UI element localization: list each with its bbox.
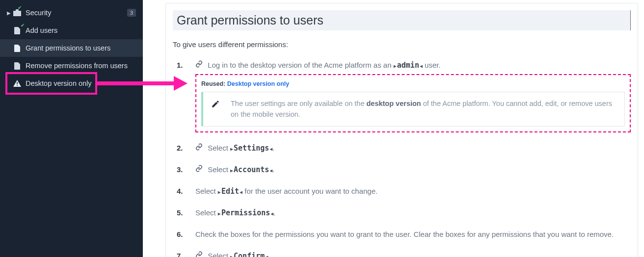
reused-content-block: Reused: Desktop version only The user se… bbox=[195, 74, 631, 132]
sidebar: ▶ ✔ Security 3 ✔ Add users Grant permiss… bbox=[0, 0, 143, 257]
link-icon bbox=[195, 60, 203, 68]
sidebar-item-label: Grant permissions to users bbox=[26, 44, 136, 52]
step-3[interactable]: Select Accounts. bbox=[173, 164, 631, 176]
svg-rect-0 bbox=[13, 11, 21, 16]
step-4[interactable]: Select Edit for the user account you wan… bbox=[173, 185, 631, 197]
ui-ref-accounts: Accounts bbox=[230, 165, 272, 174]
step-text: Log in to the desktop version of the Acm… bbox=[208, 61, 440, 69]
ui-ref-settings: Settings bbox=[230, 144, 272, 153]
editor-panel: Grant permissions to users To give users… bbox=[165, 3, 638, 257]
steps-list: Log in to the desktop version of the Acm… bbox=[173, 59, 631, 257]
main-content: Grant permissions to users To give users… bbox=[143, 0, 644, 257]
reused-label: Reused: Desktop version only bbox=[201, 79, 625, 89]
ui-ref-edit: Edit bbox=[218, 187, 242, 196]
ui-ref-permissions: Permissions bbox=[218, 208, 273, 217]
sidebar-item-label: Remove permissions from users bbox=[26, 62, 136, 70]
sidebar-item-grant-permissions[interactable]: Grant permissions to users bbox=[0, 39, 143, 57]
link-icon bbox=[195, 143, 203, 151]
sidebar-item-add-users[interactable]: ✔ Add users bbox=[0, 22, 143, 39]
note-text: The user settings are only available on … bbox=[231, 98, 617, 120]
sidebar-root-security[interactable]: ▶ ✔ Security 3 bbox=[0, 4, 143, 22]
document-icon bbox=[13, 44, 22, 52]
ui-ref-confirm: Confirm bbox=[230, 252, 268, 257]
step-1[interactable]: Log in to the desktop version of the Acm… bbox=[173, 59, 631, 132]
step-2[interactable]: Select Settings. bbox=[173, 142, 631, 154]
checkmark-icon: ✔ bbox=[21, 23, 25, 28]
note-card: The user settings are only available on … bbox=[201, 92, 625, 127]
warning-icon bbox=[13, 79, 22, 87]
step-7[interactable]: Select Confirm. bbox=[173, 250, 631, 257]
pencil-icon bbox=[211, 98, 220, 108]
svg-rect-3 bbox=[17, 85, 18, 86]
link-icon bbox=[195, 251, 203, 257]
ui-ref-admin: admin bbox=[394, 61, 423, 70]
sidebar-item-desktop-only[interactable]: Desktop version only bbox=[0, 75, 143, 92]
document-icon bbox=[13, 62, 22, 70]
sidebar-item-label: Desktop version only bbox=[26, 79, 136, 87]
sidebar-item-label: Add users bbox=[26, 26, 136, 34]
sidebar-item-remove-permissions[interactable]: Remove permissions from users bbox=[0, 57, 143, 75]
step-6[interactable]: Check the boxes for the permissions you … bbox=[173, 229, 631, 240]
reused-link[interactable]: Desktop version only bbox=[227, 80, 289, 87]
topic-count-badge: 3 bbox=[127, 9, 136, 17]
caret-right-icon: ▶ bbox=[7, 10, 11, 16]
svg-rect-2 bbox=[17, 82, 18, 84]
intro-text: To give users different permissions: bbox=[173, 40, 631, 49]
checkmark-icon: ✔ bbox=[18, 5, 22, 10]
sidebar-root-label: Security bbox=[26, 9, 127, 17]
step-5[interactable]: Select Permissions. bbox=[173, 207, 631, 219]
link-icon bbox=[195, 165, 203, 172]
page-title[interactable]: Grant permissions to users bbox=[173, 10, 631, 30]
